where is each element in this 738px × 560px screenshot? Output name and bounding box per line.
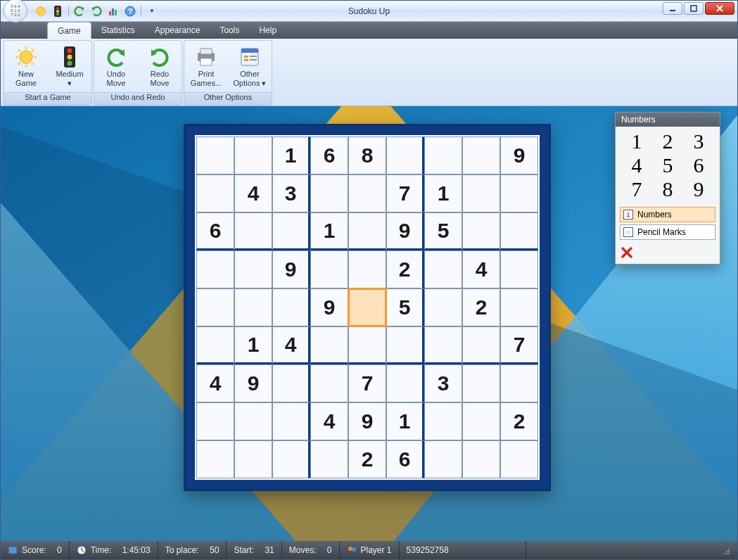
palette-number-2[interactable]: 2 — [652, 129, 683, 153]
palette-number-1[interactable]: 1 — [621, 129, 652, 153]
cell-r7-c3[interactable]: 4 — [310, 402, 348, 440]
cell-r6-c2[interactable] — [272, 364, 310, 402]
cell-r5-c0[interactable] — [196, 326, 234, 364]
cell-r7-c0[interactable] — [196, 402, 234, 440]
cell-r8-c5[interactable]: 6 — [386, 440, 424, 478]
cell-r0-c6[interactable] — [424, 136, 462, 174]
cell-r4-c2[interactable] — [272, 288, 310, 326]
cell-r2-c7[interactable] — [462, 212, 500, 250]
palette-number-4[interactable]: 4 — [621, 153, 652, 177]
cell-r5-c1[interactable]: 1 — [234, 326, 272, 364]
cell-r6-c0[interactable]: 4 — [196, 364, 234, 402]
print-button[interactable]: PrintGames... — [184, 41, 228, 92]
cell-r2-c6[interactable]: 5 — [424, 212, 462, 250]
cell-r2-c3[interactable]: 1 — [310, 212, 348, 250]
cell-r1-c2[interactable]: 3 — [272, 174, 310, 212]
palette-delete-button[interactable] — [616, 243, 720, 264]
cell-r3-c1[interactable] — [234, 250, 272, 288]
cell-r2-c5[interactable]: 9 — [386, 212, 424, 250]
menu-tab-game[interactable]: Game — [47, 22, 91, 39]
cell-r7-c8[interactable]: 2 — [500, 402, 538, 440]
cell-r7-c4[interactable]: 9 — [348, 402, 386, 440]
palette-number-5[interactable]: 5 — [652, 153, 683, 177]
cell-r5-c3[interactable] — [310, 326, 348, 364]
qat-new-game-icon[interactable] — [34, 5, 47, 18]
cell-r5-c8[interactable]: 7 — [500, 326, 538, 364]
qat-help-icon[interactable]: ? — [124, 5, 136, 18]
pencil-mode-button[interactable]: ∷ Pencil Marks — [620, 224, 715, 240]
cell-r3-c0[interactable] — [196, 250, 234, 288]
cell-r4-c0[interactable] — [196, 288, 234, 326]
cell-r8-c7[interactable] — [462, 440, 500, 478]
cell-r4-c3[interactable]: 9 — [310, 288, 348, 326]
cell-r1-c8[interactable] — [500, 174, 538, 212]
cell-r3-c3[interactable] — [310, 250, 348, 288]
other-options-button[interactable]: OtherOptions ▾ — [228, 41, 272, 92]
cell-r2-c8[interactable] — [500, 212, 538, 250]
cell-r1-c0[interactable] — [196, 174, 234, 212]
cell-r2-c0[interactable]: 6 — [196, 212, 234, 250]
qat-undo-icon[interactable] — [73, 5, 86, 18]
cell-r2-c4[interactable] — [348, 212, 386, 250]
qat-redo-icon[interactable] — [90, 5, 103, 18]
palette-number-3[interactable]: 3 — [683, 129, 714, 153]
cell-r4-c8[interactable] — [500, 288, 538, 326]
cell-r8-c3[interactable] — [310, 440, 348, 478]
cell-r6-c4[interactable]: 7 — [348, 364, 386, 402]
cell-r0-c5[interactable] — [386, 136, 424, 174]
cell-r6-c8[interactable] — [500, 364, 538, 402]
cell-r4-c4[interactable] — [348, 288, 386, 326]
cell-r2-c1[interactable] — [234, 212, 272, 250]
numbers-mode-button[interactable]: 1 Numbers — [620, 207, 715, 222]
new-game-button[interactable]: NewGame — [4, 41, 48, 92]
cell-r5-c6[interactable] — [424, 326, 462, 364]
cell-r3-c8[interactable] — [500, 250, 538, 288]
menu-tab-help[interactable]: Help — [249, 22, 286, 39]
cell-r3-c7[interactable]: 4 — [462, 250, 500, 288]
cell-r6-c7[interactable] — [462, 364, 500, 402]
palette-number-6[interactable]: 6 — [683, 153, 714, 177]
cell-r1-c4[interactable] — [348, 174, 386, 212]
palette-number-8[interactable]: 8 — [652, 177, 683, 201]
cell-r0-c0[interactable] — [196, 136, 234, 174]
cell-r7-c2[interactable] — [272, 402, 310, 440]
cell-r1-c7[interactable] — [462, 174, 500, 212]
app-orb[interactable]: 5 6 49 1 07 0 2 — [4, 0, 27, 23]
cell-r6-c5[interactable] — [386, 364, 424, 402]
cell-r8-c4[interactable]: 2 — [348, 440, 386, 478]
cell-r0-c7[interactable] — [462, 136, 500, 174]
cell-r2-c2[interactable] — [272, 212, 310, 250]
cell-r7-c6[interactable] — [424, 402, 462, 440]
maximize-button[interactable] — [684, 2, 704, 15]
minimize-button[interactable] — [663, 2, 682, 15]
cell-r4-c5[interactable]: 5 — [386, 288, 424, 326]
palette-number-9[interactable]: 9 — [683, 177, 714, 201]
undo-button[interactable]: UndoMove — [94, 41, 138, 92]
cell-r5-c5[interactable] — [386, 326, 424, 364]
cell-r8-c0[interactable] — [196, 440, 234, 478]
cell-r1-c5[interactable]: 7 — [386, 174, 424, 212]
palette-number-7[interactable]: 7 — [621, 177, 652, 201]
cell-r1-c1[interactable]: 4 — [234, 174, 272, 212]
cell-r6-c3[interactable] — [310, 364, 348, 402]
cell-r4-c1[interactable] — [234, 288, 272, 326]
redo-button[interactable]: RedoMove — [138, 41, 182, 92]
cell-r0-c8[interactable]: 9 — [500, 136, 538, 174]
qat-difficulty-icon[interactable] — [51, 5, 64, 18]
cell-r3-c6[interactable] — [424, 250, 462, 288]
cell-r0-c4[interactable]: 8 — [348, 136, 386, 174]
qat-stats-icon[interactable] — [107, 5, 120, 18]
cell-r1-c3[interactable] — [310, 174, 348, 212]
menu-tab-tools[interactable]: Tools — [210, 22, 249, 39]
cell-r4-c7[interactable]: 2 — [462, 288, 500, 326]
cell-r1-c6[interactable]: 1 — [424, 174, 462, 212]
cell-r3-c2[interactable]: 9 — [272, 250, 310, 288]
cell-r8-c2[interactable] — [272, 440, 310, 478]
cell-r3-c5[interactable]: 2 — [386, 250, 424, 288]
cell-r0-c1[interactable] — [234, 136, 272, 174]
cell-r7-c5[interactable]: 1 — [386, 402, 424, 440]
qat-customize-icon[interactable]: ▼ — [146, 5, 158, 18]
menu-tab-appearance[interactable]: Appearance — [145, 22, 210, 39]
cell-r5-c7[interactable] — [462, 326, 500, 364]
cell-r4-c6[interactable] — [424, 288, 462, 326]
